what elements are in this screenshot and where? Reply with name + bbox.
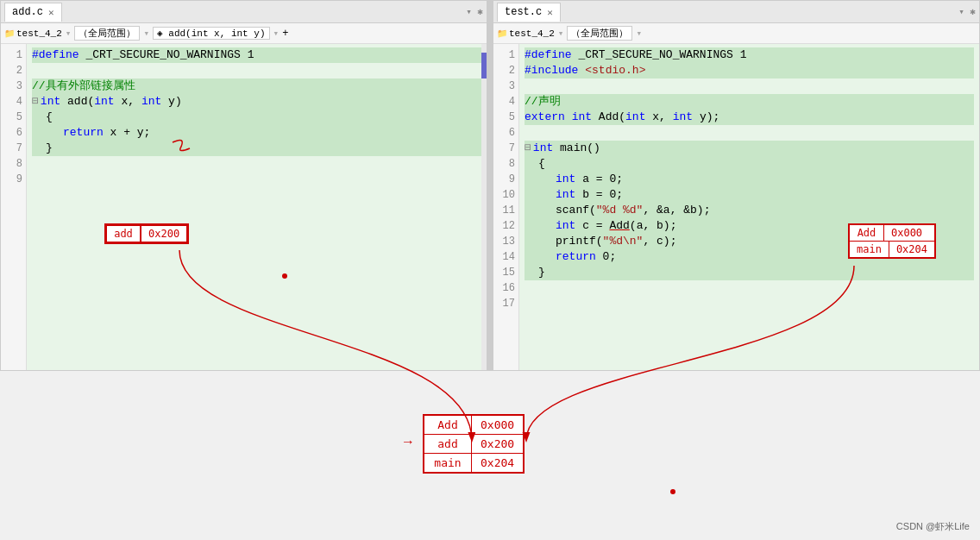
bottom-cell-main-label: main <box>424 454 472 472</box>
left-tab-label: add.c <box>12 6 43 18</box>
right-ann-add-label: Add <box>850 225 884 241</box>
right-ann-main-value: 0x204 <box>889 242 934 257</box>
bottom-arrow-symbol: → <box>404 435 412 450</box>
right-ann-add-value: 0x000 <box>884 225 929 241</box>
plus-icon[interactable]: + <box>282 28 288 40</box>
bottom-area: Add 0x000 add 0x200 main 0x204 → CSDN @虾… <box>0 371 980 540</box>
right-code-line-3 <box>525 78 974 94</box>
right-tab-icons: ▾ ✱ <box>958 6 976 17</box>
left-tab-bar: add.c ✕ ▾ ✱ <box>1 1 487 23</box>
code-line-6: return x + y; <box>32 125 481 141</box>
right-code-line-11: scanf("%d %d", &a, &b); <box>525 203 974 218</box>
right-tab-pin[interactable]: ✕ <box>547 7 553 18</box>
left-toolbar-project: test_4_2 <box>16 28 62 39</box>
code-line-3: //具有外部链接属性 <box>32 78 481 94</box>
left-tab-pin[interactable]: ✕ <box>48 7 54 18</box>
left-scrollbar[interactable] <box>481 44 487 370</box>
right-code-line-15: } <box>525 265 974 280</box>
right-tab-label: test.c <box>505 6 542 18</box>
bottom-row-3: main 0x204 <box>424 454 523 472</box>
code-line-8 <box>32 156 481 172</box>
sep1: ▾ <box>66 28 72 39</box>
left-editor-panel: add.c ✕ ▾ ✱ 📁 test_4_2 ▾ （全局范围） ▾ ◈ add(… <box>0 0 487 371</box>
left-line-numbers: 12345 6789 <box>1 44 27 370</box>
right-code-line-6 <box>525 125 974 141</box>
right-toolbar-scope: （全局范围） <box>567 26 632 41</box>
code-line-9 <box>32 172 481 187</box>
watermark: CSDN @虾米Life <box>896 520 970 533</box>
left-toolbar-func: ◈ add(int x, int y) <box>153 27 269 40</box>
right-code-line-9: int a = 0; <box>525 172 974 187</box>
editors-row: add.c ✕ ▾ ✱ 📁 test_4_2 ▾ （全局范围） ▾ ◈ add(… <box>0 0 980 371</box>
bottom-row-1: Add 0x000 <box>424 416 523 435</box>
right-code-area: 12345 678910 1112131415 1617 #define _CR… <box>493 44 979 370</box>
sep2: ▾ <box>143 28 149 39</box>
svg-point-1 <box>670 489 675 494</box>
code-line-2 <box>32 63 481 78</box>
right-ann-row1: Add 0x000 <box>850 225 934 242</box>
rsep2: ▾ <box>636 28 642 39</box>
right-code-line-7: ⊟int main() <box>525 141 974 156</box>
code-line-1: #define _CRT_SECURE_NO_WARNINGS 1 <box>32 47 481 63</box>
left-ann-label: add <box>106 225 141 242</box>
left-code-content[interactable]: #define _CRT_SECURE_NO_WARNINGS 1 //具有外部… <box>27 44 487 370</box>
left-code-area: 12345 6789 #define _CRT_SECURE_NO_WARNIN… <box>1 44 487 370</box>
right-tab-testc[interactable]: test.c ✕ <box>497 3 561 22</box>
bottom-cell-add-label: Add <box>424 416 472 434</box>
right-code-line-5: extern int Add(int x, int y); <box>525 110 974 125</box>
code-line-4: ⊟int add(int x, int y) <box>32 94 481 110</box>
left-scrollbar-thumb <box>481 53 487 78</box>
right-ann-main-label: main <box>850 242 889 257</box>
right-code-line-2: #include <stdio.h> <box>525 63 974 78</box>
right-code-line-1: #define _CRT_SECURE_NO_WARNINGS 1 <box>525 47 974 63</box>
left-tab-icons: ▾ ✱ <box>466 6 483 17</box>
right-code-line-8: { <box>525 156 974 172</box>
bottom-cell-addc-value: 0x200 <box>472 435 523 453</box>
left-annotation-box: add 0x200 <box>104 223 189 244</box>
right-code-line-10: int b = 0; <box>525 187 974 203</box>
right-annotation-box: Add 0x000 main 0x204 <box>848 223 936 259</box>
bottom-row-2: add 0x200 <box>424 435 523 454</box>
right-toolbar: 📁 test_4_2 ▾ （全局范围） ▾ <box>493 23 979 44</box>
right-ann-row2: main 0x204 <box>850 242 934 257</box>
main-container: add.c ✕ ▾ ✱ 📁 test_4_2 ▾ （全局范围） ▾ ◈ add(… <box>0 0 980 540</box>
right-line-numbers: 12345 678910 1112131415 1617 <box>493 44 519 370</box>
left-toolbar-project-icon: 📁 <box>4 28 15 39</box>
bottom-table: Add 0x000 add 0x200 main 0x204 <box>423 414 525 474</box>
right-code-line-4: //声明 <box>525 94 974 110</box>
left-ann-value: 0x200 <box>141 225 187 242</box>
left-toolbar-scope: （全局范围） <box>74 26 140 41</box>
bottom-cell-addc-label: add <box>424 435 472 453</box>
right-code-content[interactable]: #define _CRT_SECURE_NO_WARNINGS 1 #inclu… <box>519 44 979 370</box>
sep3: ▾ <box>273 28 280 39</box>
right-toolbar-project: test_4_2 <box>509 28 555 39</box>
rsep1: ▾ <box>558 28 564 39</box>
right-tab-bar: test.c ✕ ▾ ✱ <box>493 1 979 23</box>
right-code-line-17 <box>525 296 974 311</box>
left-tab-addc[interactable]: add.c ✕ <box>4 3 62 22</box>
right-editor-panel: test.c ✕ ▾ ✱ 📁 test_4_2 ▾ （全局范围） ▾ 12345… <box>493 0 980 371</box>
bottom-cell-add-value: 0x000 <box>472 416 523 434</box>
code-line-7: } <box>32 141 481 156</box>
left-toolbar: 📁 test_4_2 ▾ （全局范围） ▾ ◈ add(int x, int y… <box>1 23 487 44</box>
right-code-line-16 <box>525 280 974 296</box>
bottom-cell-main-value: 0x204 <box>472 454 523 472</box>
code-line-5: { <box>32 110 481 125</box>
right-toolbar-project-icon: 📁 <box>497 28 507 39</box>
